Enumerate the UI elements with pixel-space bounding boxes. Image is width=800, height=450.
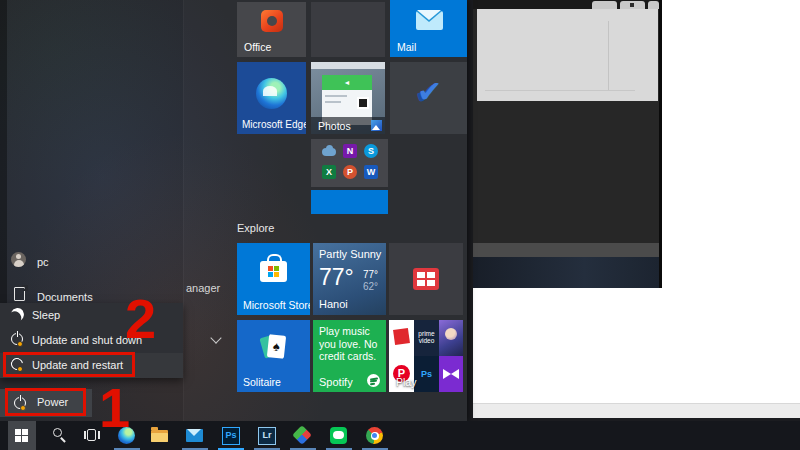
photos-icon [371,120,382,131]
tile-weather[interactable]: Partly Sunny 77° 77° 62° Hanoi [313,243,386,315]
screen: Office Mail Microsoft Edge ◄ Photos [0,0,800,450]
tile-to-do[interactable]: ✔ ✔ [390,62,467,134]
tile-label: Microsoft Edge [242,119,306,130]
excel-icon[interactable]: X [322,165,336,179]
taskbar-search-button[interactable] [45,421,73,450]
taskbar-photoshop[interactable]: Ps [217,421,245,450]
tile-office[interactable]: Office [237,2,306,57]
start-button[interactable] [8,421,36,450]
office-icon [261,10,283,32]
app-list-item-fragment[interactable]: anager [186,282,220,294]
tile-label: Mail [397,41,416,53]
search-icon [53,428,62,437]
annotation-box-update-restart [3,352,135,377]
weather-temperature: 77° [319,264,354,291]
windows-logo-icon [15,429,28,442]
tile-spotify[interactable]: Play music you love. No credit cards. Sp… [313,320,386,392]
menu-item-label: Sleep [32,309,60,321]
moon-icon [10,307,26,323]
line-messenger-icon [330,427,347,444]
user-label[interactable]: pc [37,256,49,268]
photo-line [325,95,347,97]
tile-solitaire[interactable]: ♠ Solitaire [237,320,310,392]
weather-condition: Partly Sunny [319,248,381,260]
tile-label: Photos [318,120,351,132]
tile-microsoft-store[interactable]: Microsoft Store [237,243,310,315]
taskbar-file-explorer[interactable] [146,421,174,450]
tile-blank[interactable] [311,2,385,57]
onenote-icon[interactable]: N [343,144,357,158]
tile-blue-banner[interactable] [311,190,388,214]
taskbar-lightroom[interactable]: Lr [253,421,281,450]
spotify-icon [367,374,380,387]
weather-low: 62° [363,281,378,292]
news-icon [413,268,439,290]
dark-window-toolbar [473,243,659,257]
taskbar-bluestacks[interactable] [289,421,317,450]
tile-label: Spotify [319,376,353,388]
weather-high: 77° [363,269,378,280]
store-bag-icon [260,261,287,282]
weather-city: Hanoi [319,298,348,310]
mail-icon [186,429,203,442]
tile-label: Microsoft Store [243,299,310,311]
annotation-step-1: 1 [99,380,130,436]
photo-browser-bar [311,62,385,69]
lightroom-icon: Lr [258,427,276,445]
prime-video-icon: prime video [414,320,439,356]
game-art [439,320,463,356]
dark-window-tab[interactable] [592,1,617,9]
qr-code [357,97,369,109]
photoshop-express-icon: Ps [414,356,439,392]
tile-photos[interactable]: ◄ Photos [311,62,385,134]
todo-check-icon: ✔ [417,74,442,109]
panel-divider [608,21,609,91]
sidebar-item-documents[interactable]: Documents [37,291,93,303]
update-badge [17,341,23,347]
task-view-icon [84,429,100,442]
tab-icon [630,3,634,7]
panel-divider [485,90,635,91]
chrome-icon [366,427,383,444]
background-dark-app-window[interactable] [473,0,662,288]
tile-mail[interactable]: Mail [390,0,467,57]
powerpoint-icon[interactable]: P [343,165,357,179]
spotify-promo-text: Play music you love. No credit cards. [319,325,383,363]
onedrive-icon[interactable] [322,144,336,158]
tile-microsoft-edge[interactable]: Microsoft Edge [237,62,306,134]
photos-label-strip: Photos [311,117,385,134]
taskbar-line[interactable] [325,421,353,450]
photo-line [325,101,341,103]
skype-icon[interactable]: S [364,144,378,158]
dark-window-panel [477,9,658,101]
bluestacks-icon [292,425,312,445]
photoshop-icon: Ps [222,427,240,445]
taskbar-mail[interactable] [181,421,209,450]
roblox-icon [389,320,414,356]
annotation-step-2: 2 [125,291,156,347]
explore-section-label: Explore [237,222,274,234]
file-explorer-icon [151,430,168,442]
word-icon[interactable]: W [364,165,378,179]
dark-window-strip [473,257,659,288]
spade-card-icon: ♠ [267,334,286,359]
tile-play-folder[interactable]: prime video Ps Play [389,320,463,392]
start-menu-rail [0,0,7,303]
mail-icon [416,11,443,30]
tile-label: Play [396,376,416,388]
tile-news[interactable] [389,243,463,315]
white-window-statusbar [473,403,800,418]
start-menu: Office Mail Microsoft Edge ◄ Photos [0,0,467,421]
dark-window-tab[interactable] [648,1,659,9]
video-editor-icon [439,356,463,392]
taskbar-chrome[interactable] [361,421,389,450]
tile-label: Solitaire [243,376,281,388]
photo-banner: ◄ [322,75,372,90]
user-avatar[interactable] [11,252,26,267]
documents-icon[interactable] [14,287,25,301]
tile-label: Office [244,41,271,53]
tile-office-apps-folder[interactable]: N S X P W [311,139,388,187]
edge-icon [256,78,287,109]
annotation-box-power [5,388,86,416]
dark-window-tab[interactable] [620,1,645,9]
